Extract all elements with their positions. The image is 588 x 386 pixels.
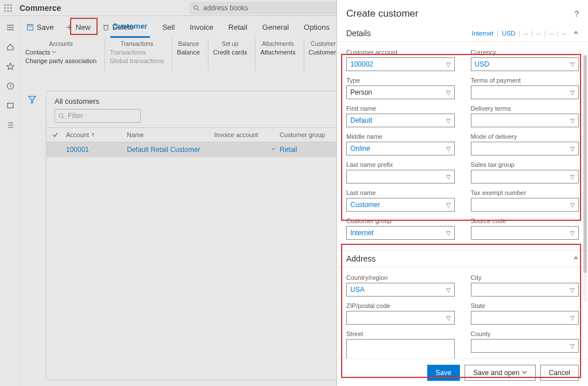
delivery-terms-field[interactable]: ▽ <box>471 114 579 127</box>
type-field[interactable]: Person▽ <box>346 85 455 99</box>
currency-field[interactable]: USD▽ <box>471 57 579 71</box>
left-rail <box>0 16 21 386</box>
list-icon[interactable] <box>5 119 16 131</box>
brand-title: Commerce <box>20 3 61 13</box>
app-launcher-icon[interactable] <box>0 0 16 16</box>
star-icon[interactable] <box>5 61 16 72</box>
first-name-field[interactable]: Default▽ <box>346 114 455 127</box>
panel-footer: Save Save and open Cancel <box>337 358 588 386</box>
new-button-highlight <box>70 18 98 35</box>
module-icon[interactable] <box>5 100 16 111</box>
svg-line-16 <box>10 86 12 87</box>
clock-icon[interactable] <box>5 80 16 92</box>
hamburger-icon[interactable] <box>5 22 16 33</box>
source-code-field[interactable]: ▽ <box>471 226 579 240</box>
county-field[interactable]: ▽ <box>471 339 579 353</box>
page-tabs: Customer Sell Invoice Retail General Opt… <box>110 16 355 38</box>
cell-group[interactable]: Retail <box>280 146 337 154</box>
sales-tax-field[interactable]: ▽ <box>471 170 579 184</box>
tab-options[interactable]: Options <box>301 16 332 38</box>
col-invoice[interactable]: Invoice account <box>214 131 280 138</box>
terms-payment-field[interactable]: ▽ <box>471 85 579 99</box>
svg-rect-25 <box>104 25 108 30</box>
svg-point-7 <box>7 10 9 11</box>
save-button[interactable]: Save <box>427 365 460 381</box>
scrollbar-thumb[interactable] <box>583 55 587 273</box>
global-search[interactable]: address books <box>189 2 339 14</box>
tax-exempt-field[interactable]: ▽ <box>471 198 579 212</box>
filter-funnel-icon[interactable] <box>28 95 37 106</box>
save-button[interactable]: Save <box>21 18 60 36</box>
svg-point-8 <box>10 10 11 11</box>
cancel-button[interactable]: Cancel <box>540 365 579 381</box>
col-name[interactable]: Name <box>127 131 214 138</box>
svg-point-29 <box>59 114 63 118</box>
customer-group-field[interactable]: Internet▽ <box>346 226 455 240</box>
svg-point-6 <box>5 10 6 11</box>
svg-line-30 <box>63 117 64 119</box>
customer-account-field[interactable]: 100002▽ <box>346 57 455 71</box>
filter-input[interactable]: Filter <box>55 109 141 123</box>
svg-point-4 <box>7 7 9 8</box>
help-icon[interactable]: ? <box>574 9 579 18</box>
svg-point-2 <box>10 4 11 5</box>
tab-general[interactable]: General <box>260 16 291 38</box>
zip-field[interactable]: ▽ <box>346 311 455 325</box>
search-input-value: address books <box>203 4 248 12</box>
address-section-head[interactable]: Address <box>337 250 588 267</box>
middle-name-field[interactable]: Online▽ <box>346 142 455 155</box>
svg-point-1 <box>7 4 9 5</box>
svg-point-3 <box>5 7 6 8</box>
details-section-head[interactable]: Details Internet| USD| --| --| --| -- <box>337 25 588 42</box>
cell-invoice <box>214 146 280 154</box>
svg-point-5 <box>10 7 11 8</box>
svg-point-9 <box>194 6 198 10</box>
panel-body: Customer account100002▽ TypePerson▽ Firs… <box>337 42 588 358</box>
svg-rect-21 <box>28 24 33 30</box>
street-field[interactable] <box>346 339 455 358</box>
panel-title: Create customer <box>346 8 419 20</box>
cell-account[interactable]: 100001 <box>64 146 127 154</box>
country-field[interactable]: USA▽ <box>346 283 455 297</box>
tab-invoice[interactable]: Invoice <box>187 16 215 38</box>
city-field[interactable]: ▽ <box>471 283 579 297</box>
last-name-prefix-field[interactable]: ▽ <box>346 170 455 184</box>
chevron-up-icon[interactable] <box>573 255 579 263</box>
svg-point-0 <box>5 4 6 5</box>
tab-sell[interactable]: Sell <box>160 16 177 38</box>
home-icon[interactable] <box>5 41 16 53</box>
svg-rect-17 <box>7 103 13 108</box>
last-name-field[interactable]: Customer▽ <box>346 198 455 212</box>
svg-line-10 <box>198 9 199 11</box>
contacts-link[interactable]: Contacts <box>25 49 96 56</box>
change-party-link[interactable]: Change party association <box>25 57 96 64</box>
tab-retail[interactable]: Retail <box>226 16 250 38</box>
create-customer-panel: Create customer ? Details Internet| USD|… <box>336 0 588 386</box>
col-account[interactable]: Account <box>64 131 127 138</box>
col-group[interactable]: Customer group <box>280 131 337 138</box>
mode-delivery-field[interactable]: ▽ <box>471 142 579 155</box>
save-and-open-button[interactable]: Save and open <box>465 365 536 381</box>
tab-customer[interactable]: Customer <box>110 16 150 38</box>
chevron-up-icon[interactable] <box>573 30 579 37</box>
state-field[interactable]: ▽ <box>471 311 579 325</box>
cell-name[interactable]: Default Retail Customer <box>127 146 214 154</box>
